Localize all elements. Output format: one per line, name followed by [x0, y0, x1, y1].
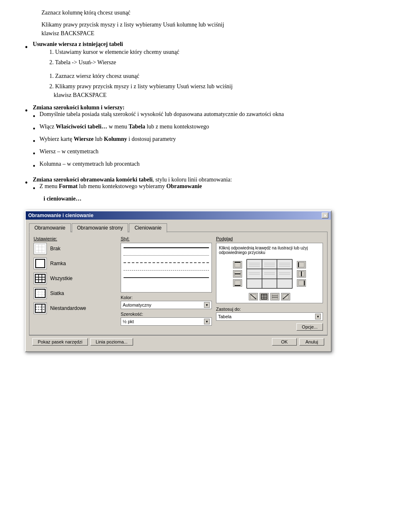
dialog-tabs: Obramowanie Obramowanie strony Cieniowan…	[29, 223, 328, 232]
tab-obramowanie-strony[interactable]: Obramowanie strony	[72, 223, 129, 232]
sub-dot-format: •	[33, 183, 35, 194]
preview-left-border-btn[interactable]	[297, 261, 306, 268]
szerokosc-value: ½ pkt	[123, 319, 134, 324]
preview-left-buttons	[233, 261, 242, 287]
podglad-box: Kliknij odpowiednią krawędź na ilustracj…	[216, 243, 323, 303]
obramowanie-dialog: Obramowanie i cieniowanie ✕ Obramowanie …	[25, 210, 332, 352]
obramowanie-title: Zmiana szerokości obramowania komórki ta…	[33, 177, 232, 183]
usuwanie-sub1: 1. Ustawiamy kursor w elemencie który ch…	[49, 48, 233, 56]
bullet-dot-1: •	[25, 41, 28, 53]
preview-diag-down-btn[interactable]	[249, 293, 258, 300]
ramka-icon	[34, 258, 47, 269]
svg-rect-27	[247, 259, 292, 288]
preview-top-border-btn[interactable]	[233, 261, 242, 268]
setting-siatka[interactable]: Siatka	[34, 288, 116, 299]
szerokosc-section: Szerokość: ½ pkt ▼	[121, 312, 212, 326]
zastosuj-dropdown[interactable]: Tabela ▼	[216, 312, 323, 321]
sub-dot-4: •	[33, 148, 35, 160]
kolor-dropdown-arrow: ▼	[204, 302, 210, 308]
dialog-title: Obramowanie i cieniowanie	[28, 213, 93, 218]
setting-wszystkie[interactable]: Wszystkie	[34, 273, 116, 284]
tab-cieniowanie[interactable]: Cieniowanie	[129, 223, 167, 232]
list-item-2: Klikamy prawy przycisk myszy i z listy w…	[41, 20, 373, 38]
svg-line-58	[250, 294, 256, 299]
section-obramowanie: • Zmiana szerokości obramowania komórki …	[25, 177, 373, 202]
kolor-dropdown[interactable]: Automatyczny ▼	[121, 301, 212, 309]
dialog-close-button[interactable]: ✕	[322, 213, 328, 218]
svg-rect-5	[36, 259, 45, 268]
styl-line-dashed2[interactable]	[122, 266, 211, 274]
list-item-1: Zaznacz kolumnę którą chcesz usunąć	[41, 8, 373, 17]
zastosuj-label: Zastosuj do:	[216, 307, 323, 312]
preview-middle-border-btn[interactable]	[233, 270, 242, 278]
section-zmiana-title: Zmiana szerokości kolumn i wierszy:	[33, 104, 124, 111]
sub-text-wlacz: Włącz Właściwości tabeli… w menu Tabela …	[39, 123, 209, 130]
zastosuj-dropdown-arrow: ▼	[315, 314, 321, 319]
preview-diag-up-btn[interactable]	[281, 293, 290, 300]
preview-all-borders-btn[interactable]	[260, 293, 269, 300]
preview-bottom-border-btn[interactable]	[233, 279, 242, 287]
sub-text-wiersz: Wiersz – w centymetrach	[39, 148, 98, 155]
dialog-overlay: Obramowanie i cieniowanie ✕ Obramowanie …	[25, 210, 373, 352]
preview-right-buttons	[297, 261, 306, 287]
styl-line-dotted[interactable]	[122, 251, 211, 259]
setting-niestandardowe[interactable]: Niestandardowe	[34, 302, 116, 314]
svg-rect-51	[298, 262, 304, 267]
styl-line-solid[interactable]	[122, 244, 211, 251]
podglad-text: Kliknij odpowiednią krawędź na ilustracj…	[219, 246, 320, 255]
sub-bullet-wiersz: • Wiersz – w centymetrach	[33, 148, 284, 160]
preview-bottom-row	[219, 293, 320, 300]
preview-inner-v-border-btn[interactable]	[297, 270, 306, 278]
setting-brak[interactable]: Brak	[34, 243, 116, 254]
tab-obramowanie[interactable]: Obramowanie	[29, 223, 71, 232]
sub-text-format: Z menu Format lub menu kontekstowego wyb…	[39, 183, 202, 190]
preview-inner-h-btn[interactable]	[270, 293, 279, 300]
ok-button[interactable]: OK	[272, 338, 297, 346]
svg-rect-6	[35, 274, 45, 283]
usuwanie-sub2: 2. Tabela -> Usuń-> Wiersze	[49, 58, 233, 67]
opcje-container: Opcje...	[216, 323, 323, 331]
setting-ramka[interactable]: Ramka	[34, 258, 116, 269]
podglad-column: Podgląd Kliknij odpowiednią krawędź na i…	[216, 236, 323, 331]
siatka-icon	[34, 288, 47, 299]
ustawienie-label: Ustawienie:	[34, 236, 116, 241]
anuluj-button[interactable]: Anuluj	[299, 338, 324, 346]
wszystkie-label: Wszystkie	[50, 276, 73, 281]
styl-label: Styl:	[121, 236, 212, 241]
dialog-body: Obramowanie Obramowanie strony Cieniowan…	[26, 220, 331, 351]
szerokosc-label: Szerokość:	[121, 312, 212, 317]
svg-rect-25	[235, 281, 240, 285]
kolor-label: Kolor:	[121, 295, 212, 300]
kolor-value: Automatyczny	[123, 302, 151, 307]
styl-line-dashed1[interactable]	[122, 259, 211, 266]
dialog-footer: Pokaz pasek narzędzi Linia pozioma... OK…	[29, 335, 328, 348]
linia-pozioma-button[interactable]: Linia pozioma...	[90, 338, 133, 346]
szerokosc-dropdown-arrow: ▼	[204, 319, 210, 324]
main-content: Zaznacz kolumnę którą chcesz usunąć Klik…	[25, 8, 373, 352]
sub-dot-2: •	[33, 123, 35, 135]
sub-bullet-format: • Z menu Format lub menu kontekstowego w…	[33, 183, 232, 194]
brak-icon	[34, 243, 47, 254]
svg-rect-59	[261, 294, 267, 299]
zastosuj-section: Zastosuj do: Tabela ▼	[216, 307, 323, 321]
footer-left-buttons: Pokaz pasek narzędzi Linia pozioma...	[32, 338, 133, 346]
tab-content-obramowanie: Ustawienie:	[29, 232, 328, 335]
szerokosc-dropdown[interactable]: ½ pkt ▼	[121, 317, 212, 326]
styl-line-dashdot[interactable]	[122, 274, 211, 281]
kolor-section: Kolor: Automatyczny ▼	[121, 295, 212, 309]
svg-rect-64	[272, 294, 278, 299]
sub-bullet-domyslnie: • Domyślnie tabela posiada stałą szeroko…	[33, 111, 284, 122]
svg-rect-11	[35, 289, 45, 297]
tab-inner-layout: Ustawienie:	[34, 236, 323, 331]
podglad-label: Podgląd	[216, 236, 323, 241]
preview-right-border-btn[interactable]	[297, 279, 306, 287]
ramka-label: Ramka	[50, 261, 66, 266]
zastosuj-value: Tabela	[218, 314, 231, 319]
styl-list[interactable]	[121, 243, 212, 293]
svg-rect-55	[298, 281, 304, 285]
sub-text-wybierz: Wybierz kartę Wiersze lub Kolumny i dost…	[39, 136, 176, 143]
pokaz-pasek-button[interactable]: Pokaz pasek narzędzi	[32, 338, 88, 346]
svg-rect-0	[35, 244, 45, 253]
opcje-button[interactable]: Opcje...	[296, 323, 323, 331]
sub-bullet-wybierz: • Wybierz kartę Wiersze lub Kolumny i do…	[33, 136, 284, 147]
